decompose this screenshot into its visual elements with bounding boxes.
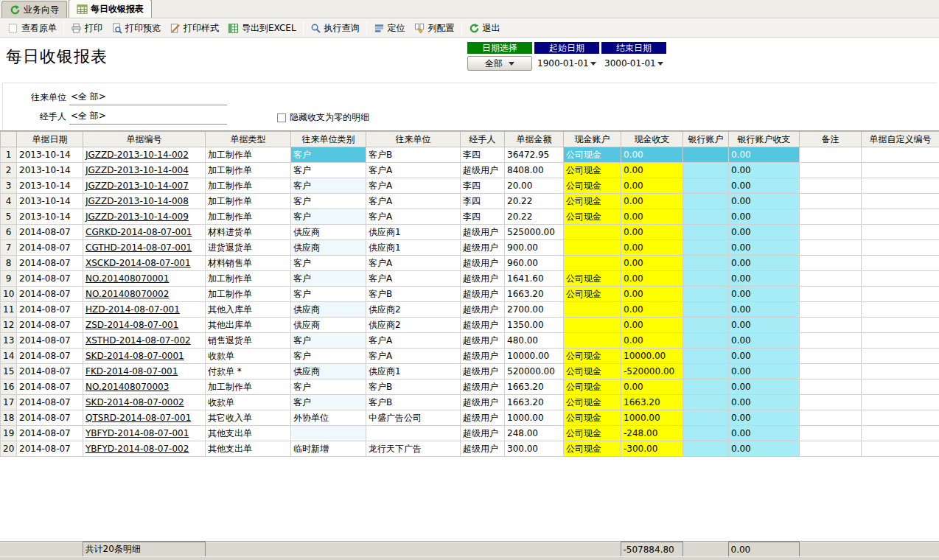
col-header-bank-flow[interactable]: 银行账户收支	[729, 132, 800, 147]
tab-bar: 业务向导 每日收银报表	[0, 0, 939, 18]
table-row[interactable]: 182014-08-07QTSRD-2014-08-07-001其它收入单外协单…	[1, 410, 939, 426]
exit-button[interactable]: 退出	[464, 21, 505, 36]
cell-doc-type: 收款单	[206, 349, 291, 364]
col-header-amount[interactable]: 单据金额	[505, 132, 564, 147]
cell-doc-no[interactable]: HZD-2014-08-07-001	[83, 302, 206, 318]
cell-doc-no[interactable]: CGRKD-2014-08-07-001	[83, 225, 206, 240]
tab-business-wizard[interactable]: 业务向导	[1, 1, 67, 18]
table-row[interactable]: 102014-08-07NO.201408070002加工制作单客户客户B超级用…	[1, 287, 939, 302]
cell-bank-account	[683, 441, 729, 457]
table-row[interactable]: 202014-08-07YBFYD-2014-08-07-002其他支出单临时新…	[1, 441, 939, 457]
cell-amount: 36472.95	[505, 147, 564, 163]
cell-doc-no[interactable]: QTSRD-2014-08-07-001	[83, 410, 206, 426]
cell-unit-type: 客户	[291, 349, 366, 364]
col-header-doc-date[interactable]: 单据日期	[17, 132, 83, 147]
date-range-select[interactable]: 全部	[467, 56, 532, 71]
cell-doc-no[interactable]: NO.201408070003	[83, 379, 206, 395]
cell-bank-account	[683, 287, 729, 302]
start-date-select[interactable]: 1900-01-01	[534, 56, 599, 71]
table-row[interactable]: 132014-08-07XSTHD-2014-08-07-002销售退货单客户客…	[1, 333, 939, 349]
end-date-select[interactable]: 3000-01-01	[601, 56, 666, 71]
cell-doc-no[interactable]: CGTHD-2014-08-07-001	[83, 240, 206, 256]
cell-amount: 300.00	[505, 441, 564, 457]
locate-button[interactable]: 定位	[369, 21, 410, 36]
table-row[interactable]: 62014-08-07CGRKD-2014-08-07-001材料进货单供应商供…	[1, 225, 939, 240]
unit-filter-label: 往来单位	[21, 91, 66, 105]
col-header-cash-flow[interactable]: 现金收支	[621, 132, 683, 147]
cell-doc-no[interactable]: SKD-2014-08-07-0001	[83, 349, 206, 364]
table-row[interactable]: 42013-10-14JGZZD-2013-10-14-008加工制作单客户客户…	[1, 194, 939, 209]
cell-remark	[800, 287, 862, 302]
cell-bank-flow: 0.00	[729, 178, 800, 194]
col-header-doc-no[interactable]: 单据编号	[83, 132, 206, 147]
unit-filter-field[interactable]: <全 部>	[69, 91, 227, 105]
handler-filter-field[interactable]: <全 部>	[69, 110, 227, 125]
cell-doc-no[interactable]: YBFYD-2014-08-07-001	[83, 426, 206, 441]
printer-icon	[71, 23, 82, 34]
run-query-button[interactable]: 执行查询	[306, 21, 364, 36]
table-row[interactable]: 92014-08-07NO.201408070001加工制作单客户客户A超级用户…	[1, 271, 939, 287]
cell-cash-account: 公司现金	[564, 395, 621, 410]
table-row[interactable]: 22013-10-14JGZZD-2013-10-14-004加工制作单客户客户…	[1, 163, 939, 178]
cell-unit-type	[291, 426, 366, 441]
table-row[interactable]: 172014-08-07SKD-2014-08-07-0002收款单客户客户B超…	[1, 395, 939, 410]
cell-doc-no[interactable]: ZSD-2014-08-07-001	[83, 318, 206, 333]
cell-cash-account	[564, 256, 621, 271]
table-row[interactable]: 162014-08-07NO.201408070003加工制作单客户客户B超级用…	[1, 379, 939, 395]
start-date-header: 起始日期	[534, 42, 599, 54]
table-row[interactable]: 12013-10-14JGZZD-2013-10-14-002加工制作单客户客户…	[1, 147, 939, 163]
cell-remark	[800, 240, 862, 256]
table-row[interactable]: 82014-08-07XSCKD-2014-08-07-001材料销售单客户客户…	[1, 256, 939, 271]
col-header-row-number[interactable]	[1, 132, 17, 147]
cell-bank-account	[683, 271, 729, 287]
cell-doc-no[interactable]: YBFYD-2014-08-07-002	[83, 441, 206, 457]
cell-doc-no[interactable]: JGZZD-2013-10-14-009	[83, 209, 206, 225]
cell-doc-no[interactable]: XSTHD-2014-08-07-002	[83, 333, 206, 349]
cell-doc-type: 收款单	[206, 395, 291, 410]
table-row[interactable]: 122014-08-07ZSD-2014-08-07-001其他出库单供应商供应…	[1, 318, 939, 333]
table-row[interactable]: 192014-08-07YBFYD-2014-08-07-001其他支出单超级用…	[1, 426, 939, 441]
col-header-unit[interactable]: 往来单位	[366, 132, 461, 147]
col-header-unit-type[interactable]: 往来单位类别	[291, 132, 366, 147]
cell-doc-no[interactable]: NO.201408070001	[83, 271, 206, 287]
print-button[interactable]: 打印	[66, 21, 107, 36]
col-header-handler[interactable]: 经手人	[461, 132, 505, 147]
cell-row-number: 4	[1, 194, 17, 209]
tab-daily-cash-report[interactable]: 每日收银报表	[69, 0, 152, 18]
cell-doc-no[interactable]: JGZZD-2013-10-14-002	[83, 147, 206, 163]
table-row[interactable]: 72014-08-07CGTHD-2014-08-07-001进货退货单供应商供…	[1, 240, 939, 256]
column-config-button[interactable]: 列配置	[410, 21, 459, 36]
table-row[interactable]: 142014-08-07SKD-2014-08-07-0001收款单客户客户A超…	[1, 349, 939, 364]
table-row[interactable]: 52013-10-14JGZZD-2013-10-14-009加工制作单客户客户…	[1, 209, 939, 225]
cell-doc-no[interactable]: JGZZD-2013-10-14-008	[83, 194, 206, 209]
cell-doc-no[interactable]: NO.201408070002	[83, 287, 206, 302]
cell-doc-date: 2014-08-07	[17, 333, 83, 349]
table-row[interactable]: 112014-08-07HZD-2014-08-07-001其他入库单供应商供应…	[1, 302, 939, 318]
print-style-button[interactable]: 打印样式	[165, 21, 223, 36]
cell-doc-no[interactable]: FKD-2014-08-07-001	[83, 364, 206, 379]
summary-cell	[366, 542, 460, 557]
toolbar-separator	[366, 21, 367, 35]
cell-row-number: 8	[1, 256, 17, 271]
cell-unit: 客户A	[366, 209, 461, 225]
cell-custom-no	[862, 379, 939, 395]
col-header-cash-account[interactable]: 现金账户	[564, 132, 621, 147]
export-excel-button[interactable]: 导出到EXCEL	[223, 21, 301, 36]
view-original-button[interactable]: 查看原单	[3, 21, 61, 36]
hide-zero-checkbox[interactable]	[277, 113, 286, 122]
col-header-doc-type[interactable]: 单据类型	[206, 132, 291, 147]
cell-bank-account	[683, 225, 729, 240]
cell-cash-flow: 10000.00	[621, 349, 683, 364]
cell-doc-no[interactable]: JGZZD-2013-10-14-007	[83, 178, 206, 194]
col-header-custom-no[interactable]: 单据自定义编号	[862, 132, 939, 147]
table-row[interactable]: 152014-08-07FKD-2014-08-07-001付款单 *供应商供应…	[1, 364, 939, 379]
cell-doc-no[interactable]: XSCKD-2014-08-07-001	[83, 256, 206, 271]
col-header-remark[interactable]: 备注	[800, 132, 862, 147]
cell-doc-no[interactable]: SKD-2014-08-07-0002	[83, 395, 206, 410]
col-header-bank-account[interactable]: 银行账户	[683, 132, 729, 147]
cell-doc-no[interactable]: JGZZD-2013-10-14-004	[83, 163, 206, 178]
table-row[interactable]: 32013-10-14JGZZD-2013-10-14-007加工制作单客户客户…	[1, 178, 939, 194]
cell-doc-type: 加工制作单	[206, 147, 291, 163]
print-preview-button[interactable]: 打印预览	[107, 21, 165, 36]
cell-cash-account	[564, 333, 621, 349]
